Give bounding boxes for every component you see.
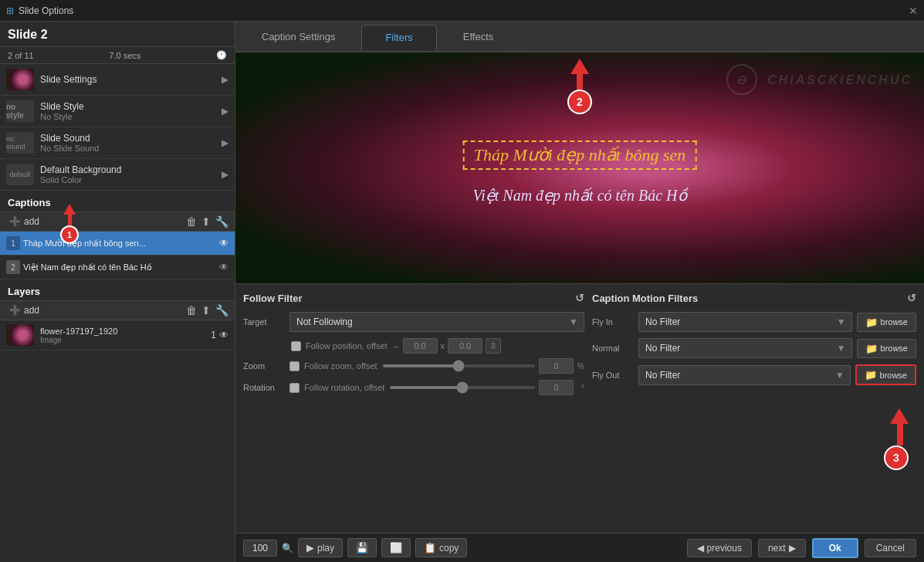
eye-icon-1[interactable]: 👁 bbox=[219, 238, 228, 249]
tab-effects[interactable]: Effects bbox=[440, 25, 517, 51]
slide-style-title: Slide Style bbox=[40, 101, 222, 112]
settings-caption-icon[interactable]: 🔧 bbox=[215, 215, 228, 228]
annotation-circle-3: 3 bbox=[884, 445, 909, 470]
zoom-input[interactable] bbox=[243, 540, 277, 557]
settings-layer-icon[interactable]: 🔧 bbox=[215, 304, 228, 317]
normal-row: Normal No Filter ▼ 📁 browse bbox=[592, 338, 916, 358]
bottom-bar: 🔍 ▶ play 💾 ⬜ 📋 copy ◀ previous bbox=[235, 533, 924, 562]
rotation-checkbox[interactable] bbox=[289, 383, 300, 393]
ok-button[interactable]: Ok bbox=[812, 538, 858, 558]
normal-label: Normal bbox=[592, 344, 638, 353]
captions-toolbar: ➕ add 🗑 ⬆ 🔧 bbox=[0, 212, 235, 232]
fly-in-select-wrapper: No Filter ▼ bbox=[638, 312, 852, 332]
sidebar-item-slide-style[interactable]: no style Slide Style No Style ▶ bbox=[0, 96, 235, 127]
chevron-right-icon-sound: ▶ bbox=[222, 137, 228, 148]
target-select-wrapper: Not Following ▼ bbox=[289, 312, 584, 332]
title-bar-text: Slide Options bbox=[19, 5, 73, 16]
annotation-3-container: 3 bbox=[592, 408, 909, 470]
play-icon: ▶ bbox=[306, 542, 314, 554]
chevron-right-icon-style: ▶ bbox=[222, 106, 228, 117]
default-bg-thumb: default bbox=[6, 164, 34, 185]
zoom-checkbox[interactable] bbox=[289, 361, 300, 371]
default-bg-subtitle: Solid Color bbox=[40, 175, 222, 185]
preview-background: ⊖ CHIASCKIENCHUC Tháp Mười đẹp nhất bông… bbox=[235, 52, 924, 283]
move-layer-icon[interactable]: ⬆ bbox=[201, 304, 211, 317]
fly-out-select-wrapper: No Filter ▼ bbox=[638, 365, 851, 385]
motion-filter-title: Caption Motion Filters ↺ bbox=[592, 292, 916, 304]
motion-filter-reset[interactable]: ↺ bbox=[907, 292, 916, 304]
fly-in-row: Fly In No Filter ▼ 📁 browse bbox=[592, 312, 916, 332]
zoom-label: Zoom bbox=[243, 361, 289, 371]
rotation-value-input[interactable] bbox=[539, 380, 574, 395]
save-button[interactable]: 💾 bbox=[347, 538, 377, 557]
plus-icon-layer: ➕ bbox=[9, 305, 21, 316]
next-button[interactable]: next ▶ bbox=[758, 539, 806, 557]
copy-button[interactable]: 📋 copy bbox=[415, 538, 467, 557]
default-bg-content: Default Background Solid Color bbox=[40, 164, 222, 185]
position-checkbox[interactable] bbox=[291, 341, 301, 351]
zoom-value-input[interactable] bbox=[539, 358, 574, 374]
preview-annotation-2: 2 bbox=[567, 59, 592, 114]
resize-button[interactable]: ⇳ bbox=[486, 338, 501, 354]
layers-section-header: Layers bbox=[0, 279, 235, 300]
delete-layer-icon[interactable]: 🗑 bbox=[186, 304, 197, 317]
tab-caption-settings[interactable]: Caption Settings bbox=[239, 25, 358, 51]
layer-eye-icon[interactable]: 👁 bbox=[219, 330, 228, 340]
caption-number-2: 2 bbox=[6, 260, 20, 274]
caption-motion-panel: Caption Motion Filters ↺ Fly In No Filte… bbox=[592, 292, 916, 525]
preview-caption-1: Tháp Mười đẹp nhất bông sen bbox=[463, 140, 697, 170]
caption-item-2[interactable]: 2 Việt Nam đẹp nhất có tên Bác Hồ 👁 bbox=[0, 256, 235, 279]
clock-icon: 🕐 bbox=[216, 50, 227, 60]
window-button[interactable]: ⬜ bbox=[381, 538, 411, 557]
sidebar-item-default-bg[interactable]: default Default Background Solid Color ▶ bbox=[0, 159, 235, 191]
fly-out-browse-button[interactable]: 📁 browse bbox=[855, 364, 916, 385]
add-layer-button[interactable]: ➕ add bbox=[6, 305, 39, 316]
rotation-unit: ° bbox=[574, 384, 584, 392]
slide-settings-content: Slide Settings bbox=[40, 74, 222, 85]
normal-browse-button[interactable]: 📁 browse bbox=[857, 339, 916, 358]
target-select[interactable]: Not Following bbox=[289, 312, 584, 332]
fly-out-label: Fly Out bbox=[592, 371, 638, 380]
caption-item-1[interactable]: 1 Tháp Mười đẹp nhất bông sen... 👁 1 bbox=[0, 232, 235, 256]
slide-sound-title: Slide Sound bbox=[40, 133, 222, 144]
caption-list: 1 Tháp Mười đẹp nhất bông sen... 👁 1 2 V… bbox=[0, 232, 235, 279]
slide-sound-content: Slide Sound No Slide Sound bbox=[40, 133, 222, 153]
next-arrow-icon: ▶ bbox=[789, 543, 796, 554]
delete-caption-icon[interactable]: 🗑 bbox=[186, 215, 197, 228]
normal-select[interactable]: No Filter bbox=[638, 338, 852, 358]
tab-filters[interactable]: Filters bbox=[361, 25, 436, 51]
layer-info-1: flower-197197_1920 Image bbox=[40, 327, 211, 344]
previous-button[interactable]: ◀ previous bbox=[687, 539, 752, 557]
sidebar-item-slide-sound[interactable]: no sound Slide Sound No Slide Sound ▶ bbox=[0, 127, 235, 159]
follow-filter-reset[interactable]: ↺ bbox=[575, 292, 584, 304]
position-checkbox-row: Follow position, offset ↔ x ⇳ bbox=[243, 338, 584, 354]
slide-settings-thumb bbox=[6, 69, 34, 90]
sidebar-item-slide-settings[interactable]: Slide Settings ▶ bbox=[0, 64, 235, 96]
close-button[interactable]: ✕ bbox=[909, 5, 918, 17]
layer-type-1: Image bbox=[40, 336, 211, 344]
left-panel: Slide 2 2 of 11 7.0 secs 🕐 Slide Setting… bbox=[0, 22, 235, 562]
move-up-icon[interactable]: ⬆ bbox=[201, 215, 211, 228]
slide-duration: 7.0 secs bbox=[109, 51, 140, 60]
slide-style-content: Slide Style No Style bbox=[40, 101, 222, 121]
eye-icon-2[interactable]: 👁 bbox=[219, 262, 228, 273]
slide-info-row: 2 of 11 7.0 secs 🕐 bbox=[0, 47, 235, 64]
fly-in-select[interactable]: No Filter bbox=[638, 312, 852, 332]
slide-style-subtitle: No Style bbox=[40, 112, 222, 121]
title-bar: ⊞ Slide Options ✕ bbox=[0, 0, 924, 22]
rotation-slider[interactable] bbox=[389, 386, 536, 389]
fly-in-browse-button[interactable]: 📁 browse bbox=[857, 313, 916, 332]
layer-item-1[interactable]: flower-197197_1920 Image 1 👁 bbox=[0, 320, 235, 350]
zoom-slider[interactable] bbox=[382, 364, 536, 367]
plus-icon: ➕ bbox=[9, 216, 21, 227]
add-caption-button[interactable]: ➕ add bbox=[6, 216, 39, 227]
fly-out-row: Fly Out No Filter ▼ 📁 browse bbox=[592, 364, 916, 385]
position-x-input[interactable] bbox=[403, 338, 438, 354]
cancel-button[interactable]: Cancel bbox=[865, 539, 916, 557]
window-icon: ⬜ bbox=[390, 542, 402, 554]
position-y-input[interactable] bbox=[448, 338, 482, 354]
fly-out-select[interactable]: No Filter bbox=[638, 365, 851, 385]
rotation-checkbox-label: Follow rotation, offset bbox=[304, 383, 384, 392]
search-icon[interactable]: 🔍 bbox=[282, 543, 293, 554]
play-button[interactable]: ▶ play bbox=[298, 538, 343, 557]
